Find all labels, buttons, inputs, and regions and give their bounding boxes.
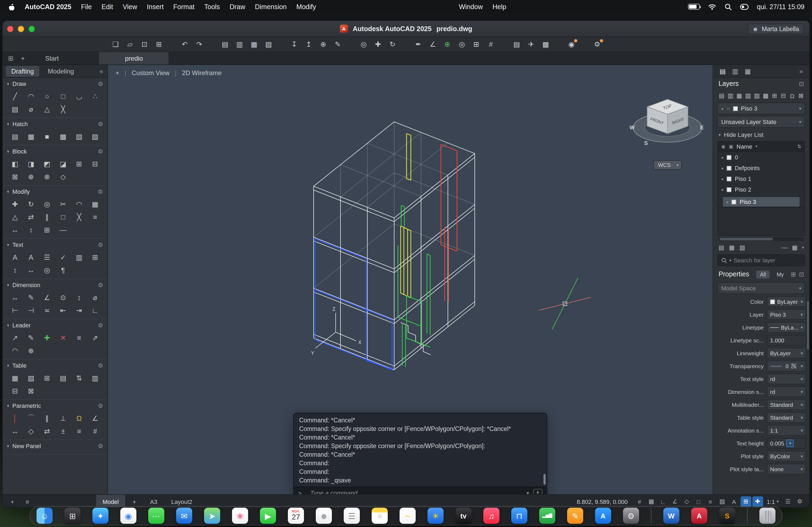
command-share-icon[interactable]: ↥	[533, 488, 542, 494]
cell-format-tool[interactable]: ▥	[87, 371, 103, 384]
field-tool[interactable]: ⊞	[87, 251, 103, 264]
menu-window[interactable]: Window	[459, 3, 483, 11]
pick-point-button[interactable]: +	[786, 439, 794, 447]
layer-state-dropdown[interactable]: Unsaved Layer State ▾	[717, 116, 805, 128]
layers-palette-tab[interactable]: ▤	[720, 67, 726, 75]
open-drawing-button[interactable]: ▱	[124, 39, 136, 50]
graphics-performance-toggle[interactable]: ⊞	[740, 496, 751, 507]
section-settings-icon[interactable]: ⚙	[98, 442, 103, 450]
tab-overview-icon[interactable]: ⊞	[8, 55, 13, 62]
dock-contacts[interactable]: ☻	[316, 508, 332, 524]
baseline-dim-tool[interactable]: ⊢	[7, 304, 23, 317]
layer-states-button[interactable]: ▤	[719, 244, 724, 251]
insert-block-tool[interactable]: ◧	[7, 157, 23, 170]
match-properties-button[interactable]: ✒	[412, 39, 425, 50]
property-value-linetype-sc[interactable]: 1.000	[767, 335, 806, 346]
isometric-drafting-toggle[interactable]: ◇	[681, 496, 692, 507]
ortho-mode-toggle[interactable]: ∟	[657, 496, 668, 507]
polygon-tool[interactable]: △	[39, 103, 55, 115]
collect-leaders-tool[interactable]: ⇗	[87, 331, 103, 344]
section-header-parametric[interactable]: ▾Parametric⚙	[3, 400, 107, 412]
visual-style-control[interactable]: 2D Wireframe	[182, 69, 222, 77]
property-value-multileader[interactable]: Standard▾	[767, 399, 806, 410]
more-palettes-icon[interactable]: »	[799, 67, 803, 75]
import-button[interactable]: ↥	[302, 39, 315, 50]
layer-row-defpoints[interactable]: ●Defpoints	[718, 163, 804, 174]
viewcube-west-label[interactable]: W	[630, 124, 635, 131]
control-center-icon[interactable]	[740, 3, 749, 10]
section-settings-icon[interactable]: ⚙	[98, 322, 103, 329]
angular-constraint-tool[interactable]: ∠	[87, 412, 103, 424]
dock-freeform[interactable]: ~	[400, 508, 416, 524]
markup-import-button[interactable]: ✎	[331, 39, 344, 50]
polyline-tool[interactable]: ◠	[23, 90, 39, 103]
layer-lock-button[interactable]: ▨	[753, 91, 761, 100]
command-history-caret-icon[interactable]: ▾	[526, 491, 529, 494]
dim-style-tool[interactable]: ✎	[23, 291, 39, 304]
offset-tool[interactable]: ∥	[39, 210, 55, 223]
text-align-tool[interactable]: ☰	[39, 251, 55, 264]
dock-sublime-text[interactable]: S	[719, 508, 735, 524]
export-table-tool[interactable]: ⇅	[71, 371, 87, 384]
remove-filter-button[interactable]: —	[782, 244, 787, 251]
explode-block-tool[interactable]: ⊗	[39, 170, 55, 183]
dock-music[interactable]: ♫	[483, 508, 499, 524]
perpendicular-tool[interactable]: ⊥	[55, 412, 71, 424]
angular-dim-tool[interactable]: ∠	[39, 291, 55, 304]
battery-icon[interactable]	[688, 4, 700, 10]
menu-insert[interactable]: Insert	[147, 3, 164, 11]
palette-collapse-icon[interactable]: «	[100, 67, 103, 75]
property-value-color[interactable]: ByLayer▾	[767, 296, 806, 307]
dock-finder[interactable]: ☺	[37, 508, 53, 524]
command-input[interactable]	[310, 490, 522, 494]
justify-tool[interactable]: ↔	[23, 264, 39, 276]
hatch-edit-tool[interactable]: ▧	[71, 130, 87, 143]
section-header-new-panel[interactable]: ▾New Panel⚙	[3, 440, 107, 452]
property-value-table-style[interactable]: Standard▾	[767, 412, 806, 423]
remove-leader-tool[interactable]: ✕	[55, 331, 71, 344]
base-point-tool[interactable]: ⊟	[87, 157, 103, 170]
aligned-dim-tool[interactable]: ≍	[39, 304, 55, 317]
mtext-tool[interactable]: A	[7, 251, 23, 264]
publish-button[interactable]: ▧	[262, 39, 275, 50]
customization-menu-button[interactable]: ☰	[782, 496, 793, 507]
parallel-tool[interactable]: ∥	[39, 412, 55, 424]
transparency-pattern-button[interactable]	[791, 363, 797, 369]
layer-row-piso-1[interactable]: ●Piso 1	[718, 174, 804, 184]
viewport-menu-button[interactable]: +	[115, 69, 119, 77]
coincident-tool[interactable]: ⌒	[23, 412, 39, 424]
dock-numbers[interactable]: ▂▅▇	[539, 508, 555, 524]
layer-unlock-button[interactable]: ▩	[762, 91, 770, 100]
menu-draw[interactable]: Draw	[230, 3, 245, 11]
workspace-gear-button[interactable]: ⚙	[794, 496, 805, 507]
menu-modify[interactable]: Modify	[296, 3, 316, 11]
quick-dim-tool[interactable]: ∟	[87, 304, 103, 317]
leader-options-tool[interactable]: ⊕	[23, 344, 39, 357]
circle-tool[interactable]: ○	[39, 90, 55, 103]
layer-merge-button[interactable]: ▧	[740, 244, 745, 251]
layer-search-field[interactable]: ▾	[717, 254, 805, 266]
dock-autocad[interactable]: A	[691, 508, 707, 524]
attach-reference-button[interactable]: ⊕	[317, 39, 330, 50]
properties-filter-my[interactable]: My	[773, 270, 787, 278]
export-button[interactable]: ↧	[288, 39, 301, 50]
orbit-button[interactable]: ↻	[386, 39, 399, 50]
section-header-draw[interactable]: ▾Draw⚙	[3, 78, 107, 90]
new-tab-button[interactable]: +	[21, 55, 25, 62]
property-value-lineweight[interactable]: ByLayer▾	[767, 348, 806, 359]
dock-launchpad[interactable]: ⊞	[64, 508, 81, 524]
hatch-tool[interactable]: ▤	[7, 130, 23, 143]
show-constraints-tool[interactable]: #	[87, 424, 103, 437]
dock-chrome[interactable]: ◉	[120, 508, 136, 524]
close-button[interactable]	[7, 26, 13, 32]
menu-view[interactable]: View	[123, 3, 137, 11]
layer-thaw-button[interactable]: ▧	[744, 91, 752, 100]
space-selector-dropdown[interactable]: Model Space ▾	[717, 282, 805, 294]
grid-display-toggle[interactable]: #	[634, 496, 645, 507]
model-viewport[interactable]: + | Custom View | 2D Wireframe	[108, 65, 713, 494]
columns-tool[interactable]: ▥	[71, 251, 87, 264]
vertical-dim-tool[interactable]: ↕	[71, 291, 87, 304]
table-tool[interactable]: ▦	[7, 371, 23, 384]
share-drawing-button[interactable]: ✈	[525, 39, 538, 50]
lengthen-tool[interactable]: ↔	[7, 223, 23, 236]
